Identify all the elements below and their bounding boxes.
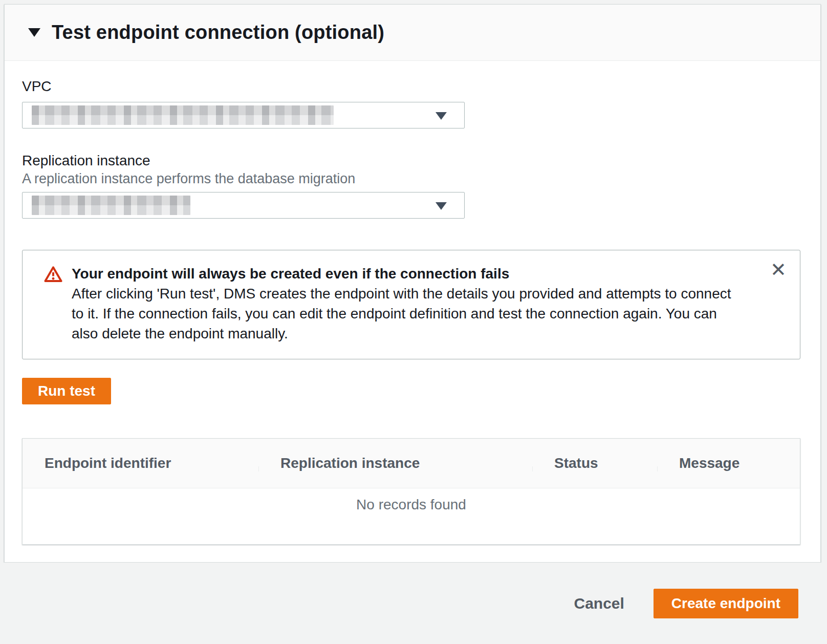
replication-instance-select-caret-icon <box>436 202 447 210</box>
warning-alert-content: Your endpoint will always be created eve… <box>72 264 737 344</box>
table-header-row: Endpoint identifier Replication instance… <box>23 439 800 488</box>
replication-instance-redacted-value <box>32 196 190 215</box>
test-results-table: Endpoint identifier Replication instance… <box>22 438 800 545</box>
vpc-redacted-value <box>32 105 334 125</box>
replication-instance-label: Replication instance <box>22 153 798 169</box>
section-header-test-endpoint-connection[interactable]: Test endpoint connection (optional) <box>5 5 820 61</box>
table-empty-state: No records found <box>23 488 800 544</box>
close-icon[interactable]: ✕ <box>766 257 791 282</box>
test-endpoint-connection-panel: Test endpoint connection (optional) VPC … <box>4 4 821 563</box>
replication-instance-select[interactable] <box>22 192 465 219</box>
vpc-select[interactable] <box>22 102 465 128</box>
warning-alert-body: After clicking 'Run test', DMS creates t… <box>72 284 737 344</box>
column-header-endpoint-identifier: Endpoint identifier <box>23 455 258 471</box>
section-body: VPC Replication instance A replication i… <box>5 61 820 545</box>
footer-action-bar: Cancel Create endpoint <box>0 563 827 644</box>
warning-triangle-icon <box>44 266 62 344</box>
vpc-select-caret-icon <box>436 112 447 120</box>
warning-alert: Your endpoint will always be created eve… <box>22 250 800 359</box>
warning-alert-title: Your endpoint will always be created eve… <box>72 264 737 284</box>
collapse-triangle-icon <box>28 28 40 37</box>
cancel-button[interactable]: Cancel <box>574 595 624 612</box>
run-test-button[interactable]: Run test <box>22 378 111 404</box>
create-endpoint-button[interactable]: Create endpoint <box>654 589 798 618</box>
column-header-status: Status <box>532 455 657 471</box>
section-title: Test endpoint connection (optional) <box>52 22 384 44</box>
vpc-label: VPC <box>22 78 798 95</box>
page: Test endpoint connection (optional) VPC … <box>0 0 827 644</box>
column-header-message: Message <box>657 455 800 471</box>
column-header-replication-instance: Replication instance <box>258 455 532 471</box>
replication-instance-description: A replication instance performs the data… <box>22 171 798 186</box>
